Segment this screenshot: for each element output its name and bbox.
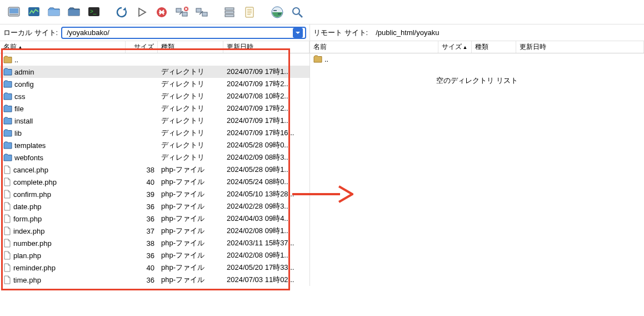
file-icon (3, 202, 11, 211)
sort-asc-icon: ▲ (18, 45, 23, 50)
col-type[interactable]: 種類 (472, 41, 516, 53)
file-row[interactable]: plan.php36php-ファイル2024/02/08 09時1... (0, 249, 309, 261)
file-row[interactable]: date.php36php-ファイル2024/02/28 09時3... (0, 200, 309, 213)
file-icon (3, 177, 11, 186)
file-row[interactable]: cancel.php38php-ファイル2024/05/28 09時1... (0, 164, 309, 176)
remote-path-combo[interactable]: /public_html/yoyaku (371, 27, 641, 39)
file-row[interactable]: cssディレクトリ2024/07/08 10時2... (0, 90, 309, 102)
site-manager-icon[interactable] (4, 3, 23, 22)
file-row[interactable]: index.php37php-ファイル2024/02/08 09時1... (0, 225, 309, 237)
file-type-cell: php-ファイル (158, 226, 223, 236)
file-size-cell: 36 (126, 251, 158, 260)
compare-icon[interactable] (268, 3, 287, 22)
file-name-cell: number.php (0, 239, 126, 248)
log-icon[interactable] (24, 3, 43, 22)
col-name[interactable]: 名前 (310, 41, 438, 53)
local-site-label: ローカル サイト: (3, 28, 58, 38)
file-row[interactable]: .. (0, 53, 309, 66)
file-type-cell: php-ファイル (158, 275, 223, 285)
local-tree-icon[interactable] (44, 3, 63, 22)
parent-dir-row[interactable]: .. (310, 53, 644, 65)
col-size[interactable]: サイズ (126, 41, 158, 53)
disconnect-icon[interactable] (172, 3, 191, 22)
terminal-icon[interactable]: >_ (84, 3, 103, 22)
folder-icon (3, 154, 12, 161)
local-path-combo[interactable]: /yoyakubako/ (61, 27, 306, 39)
file-row[interactable]: number.php38php-ファイル2024/03/11 15時37... (0, 237, 309, 249)
remote-tree-icon[interactable] (64, 3, 83, 22)
file-row[interactable]: libディレクトリ2024/07/09 17時16... (0, 127, 309, 139)
file-row[interactable]: fileディレクトリ2024/07/09 17時2... (0, 102, 309, 115)
file-date-cell: 2024/03/11 15時37... (223, 238, 309, 248)
col-type[interactable]: 種類 (158, 41, 223, 53)
svg-rect-4 (48, 10, 59, 16)
file-row[interactable]: confirm.php39php-ファイル2024/05/10 13時28... (0, 188, 309, 200)
svg-rect-17 (225, 14, 234, 17)
file-type-cell: ディレクトリ (158, 79, 223, 89)
file-name-cell: templates (0, 141, 126, 150)
col-size-label: サイズ (442, 42, 462, 52)
file-name-cell: complete.php (0, 177, 126, 186)
svg-rect-11 (182, 12, 187, 16)
col-size[interactable]: サイズ ▲ (438, 41, 472, 53)
local-file-list[interactable]: ..adminディレクトリ2024/07/09 17時1...configディレ… (0, 53, 309, 286)
file-name-cell: file (0, 105, 126, 113)
file-row[interactable]: installディレクトリ2024/07/09 17時1... (0, 115, 309, 127)
file-icon (3, 275, 11, 284)
file-row[interactable]: complete.php40php-ファイル2024/05/24 08時0... (0, 176, 309, 188)
file-icon (3, 190, 11, 199)
col-date[interactable]: 更新日時 (516, 41, 645, 53)
file-name-cell: form.php (0, 214, 126, 223)
file-type-cell: ディレクトリ (158, 128, 223, 138)
file-type-cell: php-ファイル (158, 250, 223, 260)
file-date-cell: 2024/02/09 08時3... (223, 152, 309, 162)
file-type-cell: php-ファイル (158, 189, 223, 199)
file-name-cell: index.php (0, 226, 126, 235)
file-type-cell: php-ファイル (158, 263, 223, 273)
sort-asc-icon: ▲ (463, 45, 468, 50)
folder-icon (3, 141, 12, 149)
chevron-down-icon[interactable] (293, 28, 303, 38)
stop-icon[interactable] (152, 3, 171, 22)
search-icon[interactable] (288, 3, 307, 22)
file-name-cell: time.php (0, 275, 126, 284)
col-name[interactable]: 名前 ▲ (0, 41, 126, 53)
file-date-cell: 2024/05/28 09時0... (223, 140, 309, 150)
file-type-cell: php-ファイル (158, 238, 223, 248)
file-name-cell: install (0, 117, 126, 125)
file-size-cell: 39 (126, 190, 158, 199)
file-row[interactable]: configディレクトリ2024/07/09 17時2... (0, 78, 309, 90)
folder-icon (3, 129, 12, 137)
col-type-label: 種類 (475, 42, 488, 52)
file-date-cell: 2024/07/09 17時1... (223, 67, 309, 77)
file-date-cell: 2024/04/03 09時4... (223, 214, 309, 224)
svg-rect-10 (176, 8, 181, 12)
remote-site-label: リモート サイト: (313, 28, 368, 38)
col-name-label: 名前 (3, 42, 17, 52)
file-size-cell: 36 (126, 203, 158, 211)
file-icon (3, 226, 11, 235)
folder-icon (3, 117, 12, 125)
svg-rect-2 (9, 14, 18, 15)
file-type-cell: php-ファイル (158, 201, 223, 211)
queue-icon[interactable] (220, 3, 239, 22)
filter-icon[interactable] (240, 3, 259, 22)
svg-rect-14 (202, 12, 207, 16)
file-row[interactable]: adminディレクトリ2024/07/09 17時1... (0, 66, 309, 78)
file-row[interactable]: webfontsディレクトリ2024/02/09 08時3... (0, 151, 309, 164)
file-name-cell: config (0, 80, 126, 88)
svg-rect-16 (225, 11, 234, 13)
refresh-icon[interactable] (112, 3, 131, 22)
folder-icon (3, 80, 12, 88)
run-icon[interactable] (132, 3, 151, 22)
file-size-cell: 38 (126, 239, 158, 248)
file-row[interactable]: form.php36php-ファイル2024/04/03 09時4... (0, 213, 309, 225)
remote-path-section: リモート サイト: /public_html/yoyaku (310, 24, 644, 41)
reconnect-icon[interactable] (192, 3, 211, 22)
file-date-cell: 2024/07/09 17時16... (223, 128, 309, 138)
file-row[interactable]: time.php36php-ファイル2024/07/03 11時02... (0, 274, 309, 286)
col-date[interactable]: 更新日時 (223, 41, 309, 53)
file-row[interactable]: templatesディレクトリ2024/05/28 09時0... (0, 139, 309, 151)
file-row[interactable]: reminder.php40php-ファイル2024/05/20 17時33..… (0, 261, 309, 274)
svg-point-24 (293, 8, 299, 14)
